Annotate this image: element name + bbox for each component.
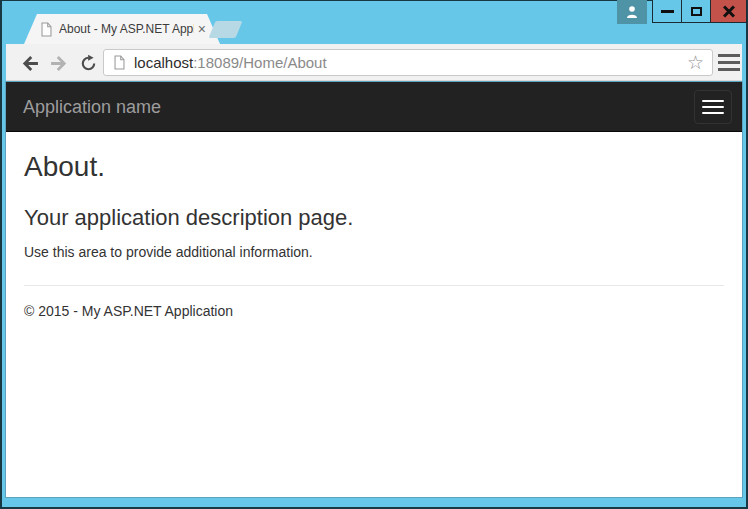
forward-button[interactable] [46,51,70,75]
page-content: About. Your application description page… [6,151,742,319]
hamburger-bar-icon [702,106,724,108]
page-viewport: Application name About. Your application… [6,82,742,497]
tab-title: About - My ASP.NET Appl [59,22,194,36]
maximize-icon [691,7,702,16]
back-arrow-icon [20,53,41,74]
minimize-button[interactable] [653,0,681,22]
forward-arrow-icon [48,53,69,74]
divider [24,285,724,286]
close-icon [722,4,736,18]
url-host: localhost [134,54,193,71]
page-favicon-icon [40,22,53,37]
site-navbar: Application name [6,82,742,132]
hamburger-bar-icon [702,100,724,102]
reload-button[interactable] [76,51,100,75]
page-description: Use this area to provide additional info… [24,244,724,260]
url-path: :18089/Home/About [193,54,326,71]
menu-bar-icon [718,61,740,64]
minimize-icon [661,10,674,13]
menu-bar-icon [718,68,740,71]
page-footer: © 2015 - My ASP.NET Application [24,303,724,319]
close-button[interactable] [710,0,746,22]
browser-tab[interactable]: About - My ASP.NET Appl × [24,14,220,44]
page-icon [113,55,126,70]
maximize-button[interactable] [681,0,710,22]
page-title: About. [24,151,724,183]
copyright-text: © 2015 - My ASP.NET Application [24,303,724,319]
window-controls [652,0,747,23]
navbar-toggle-button[interactable] [694,90,732,124]
url-input[interactable]: localhost:18089/Home/About ☆ [103,49,713,76]
menu-bar-icon [718,54,740,57]
page-subtitle: Your application description page. [24,205,724,231]
bookmark-star-icon[interactable]: ☆ [687,53,704,72]
hamburger-bar-icon [702,112,724,114]
url-text: localhost:18089/Home/About [134,54,687,71]
browser-toolbar: localhost:18089/Home/About ☆ [6,44,742,81]
chrome-menu-button[interactable] [718,54,740,71]
user-avatar-icon [624,4,640,20]
tab-close-icon[interactable]: × [198,22,206,36]
navbar-brand-link[interactable]: Application name [23,82,161,132]
profile-button[interactable] [617,0,647,24]
reload-icon [79,54,98,73]
back-button[interactable] [18,51,42,75]
